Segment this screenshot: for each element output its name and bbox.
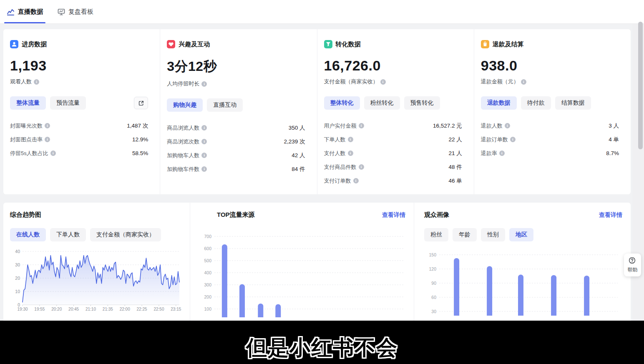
info-icon[interactable]: i xyxy=(510,137,516,142)
tab-label: 复盘看板 xyxy=(68,8,93,16)
section-title: TOP流量来源 xyxy=(217,211,255,219)
info-icon[interactable]: i xyxy=(45,137,50,142)
info-icon[interactable]: i xyxy=(348,137,353,142)
info-icon[interactable]: i xyxy=(34,79,39,85)
tab-live-data[interactable]: 直播数据 xyxy=(6,0,44,23)
user-icon xyxy=(10,40,18,48)
big-value: 3分12秒 xyxy=(167,58,305,76)
tab-region[interactable]: 地区 xyxy=(509,228,533,241)
tab-presale-conversion[interactable]: 预售转化 xyxy=(404,96,440,110)
svg-text:20:20: 20:20 xyxy=(51,307,62,311)
tab-shopping-interest[interactable]: 购物兴趣 xyxy=(167,98,203,112)
tab-fans[interactable]: 粉丝 xyxy=(424,228,448,241)
svg-text:600: 600 xyxy=(204,246,211,251)
tab-refund-data[interactable]: 退款数据 xyxy=(481,96,517,110)
help-button[interactable]: 帮助 xyxy=(624,254,641,276)
svg-text:30: 30 xyxy=(15,262,20,267)
scrollbar-thumb[interactable] xyxy=(638,22,643,149)
svg-text:150: 150 xyxy=(429,252,436,257)
tab-online-users[interactable]: 在线人数 xyxy=(10,228,46,241)
tab-payment-amount[interactable]: 支付金额（商家实收） xyxy=(90,228,161,241)
tab-gender[interactable]: 性别 xyxy=(481,228,505,241)
section-title: 观众画像 xyxy=(424,211,449,219)
info-icon[interactable]: i xyxy=(359,164,364,170)
active-tab-underline xyxy=(4,22,45,23)
view-details-link[interactable]: 查看详情 xyxy=(599,211,622,219)
tab-pending-payment[interactable]: 待付款 xyxy=(521,96,551,110)
tab-overall-traffic[interactable]: 整体流量 xyxy=(10,96,46,110)
info-icon[interactable]: i xyxy=(201,125,207,131)
tab-preview-traffic[interactable]: 预告流量 xyxy=(50,96,86,110)
svg-text:22:25: 22:25 xyxy=(137,307,147,311)
info-icon[interactable]: i xyxy=(380,79,386,85)
metric-row: 封面曝光次数i 1,487 次 xyxy=(10,119,148,133)
info-icon[interactable]: i xyxy=(353,178,359,183)
svg-text:200: 200 xyxy=(204,294,211,299)
info-icon[interactable]: i xyxy=(521,79,526,85)
info-icon[interactable]: i xyxy=(359,123,364,128)
tab-fan-conversion[interactable]: 粉丝转化 xyxy=(364,96,400,110)
question-icon xyxy=(629,257,637,265)
line-chart-icon xyxy=(7,8,15,16)
big-value-label: 人均停留时长i xyxy=(167,80,305,88)
tab-order-users[interactable]: 下单人数 xyxy=(50,228,86,241)
metric-row: 停留5s人数占比i 58.5% xyxy=(10,146,148,160)
top-tab-bar: 直播数据 复盘看板 xyxy=(0,0,644,24)
video-subtitle-bar: 但是小红书不会 xyxy=(0,321,644,364)
info-icon[interactable]: i xyxy=(348,151,353,156)
metric-row: 加购物车人数i 42 人 xyxy=(167,148,305,162)
subtitle-text: 但是小红书不会 xyxy=(246,334,398,362)
big-value-label: 观看人数i xyxy=(10,78,148,85)
info-icon[interactable]: i xyxy=(201,166,207,172)
info-icon[interactable]: i xyxy=(50,151,56,156)
svg-text:23:15: 23:15 xyxy=(171,307,181,311)
svg-text:40: 40 xyxy=(15,249,20,254)
metric-row: 退款人数i 3 人 xyxy=(481,119,619,133)
tab-overall-conversion[interactable]: 整体转化 xyxy=(324,96,360,110)
view-details-link[interactable]: 查看详情 xyxy=(382,211,405,219)
tab-age[interactable]: 年龄 xyxy=(453,228,477,241)
svg-text:500: 500 xyxy=(204,258,211,263)
svg-text:400: 400 xyxy=(204,270,211,275)
info-icon[interactable]: i xyxy=(45,123,50,128)
big-value: 938.0 xyxy=(481,58,619,74)
metric-row: 支付商品件数i 48 件 xyxy=(324,160,462,174)
metric-row: 用户实付金额i 16,527.2 元 xyxy=(324,119,462,133)
external-link-button[interactable] xyxy=(134,97,148,109)
section-audience: 观众画像 查看详情 粉丝 年龄 性别 地区 306090120150 xyxy=(414,203,631,321)
tab-live-interaction[interactable]: 直播互动 xyxy=(207,98,243,112)
metric-row: 退款率i 8.7% xyxy=(481,146,619,160)
audience-bar-chart: 306090120150 xyxy=(421,248,622,317)
svg-text:60: 60 xyxy=(431,295,436,300)
help-label: 帮助 xyxy=(628,266,638,274)
tab-label: 直播数据 xyxy=(18,8,43,16)
svg-text:90: 90 xyxy=(431,281,436,286)
card-title: 转化数据 xyxy=(336,40,361,48)
svg-text:100: 100 xyxy=(204,306,211,311)
svg-text:20:45: 20:45 xyxy=(68,307,79,311)
svg-text:10: 10 xyxy=(15,289,20,294)
svg-text:700: 700 xyxy=(204,234,211,239)
card-title: 退款及结算 xyxy=(493,40,524,48)
svg-text:22:50: 22:50 xyxy=(153,307,164,311)
info-icon[interactable]: i xyxy=(201,153,207,158)
funnel-icon xyxy=(324,40,332,48)
charts-card: 综合趋势图 在线人数 下单人数 支付金额（商家实收） 01020304019:3… xyxy=(3,203,631,321)
tab-review-board[interactable]: 复盘看板 xyxy=(56,0,94,23)
info-icon[interactable]: i xyxy=(499,151,505,156)
presentation-icon xyxy=(57,8,65,16)
info-icon[interactable]: i xyxy=(201,81,207,87)
section-title: 综合趋势图 xyxy=(10,211,41,219)
stat-card-refund: 退款及结算 938.0 退款金额（元）i 退款数据 待付款 结算数据 退款人数i… xyxy=(474,29,631,194)
heart-icon xyxy=(167,40,175,48)
svg-text:21:10: 21:10 xyxy=(86,307,96,311)
svg-text:21:35: 21:35 xyxy=(103,307,113,311)
stat-card-interest: 兴趣及互动 3分12秒 人均停留时长i 购物兴趣 直播互动 商品浏览人数i 35… xyxy=(160,29,317,194)
metric-row: 退款订单数i 4 单 xyxy=(481,133,619,146)
info-icon[interactable]: i xyxy=(201,139,207,144)
metric-row: 封面图点击率i 12.9% xyxy=(10,133,148,146)
info-icon[interactable]: i xyxy=(505,123,510,128)
big-value: 16,726.0 xyxy=(324,58,462,74)
big-value-label: 支付金额（商家实收）i xyxy=(324,78,462,85)
tab-settlement-data[interactable]: 结算数据 xyxy=(555,96,591,110)
